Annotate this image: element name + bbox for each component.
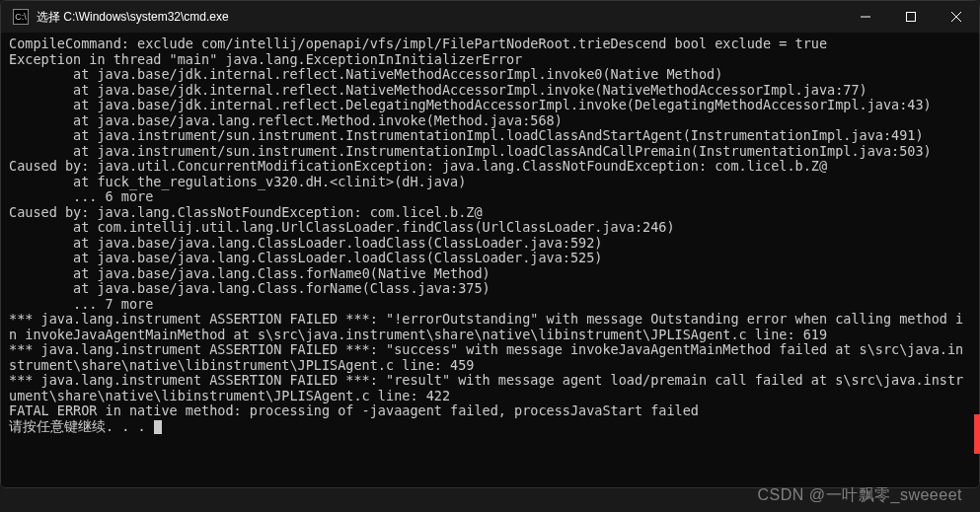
- window-title: 选择 C:\Windows\system32\cmd.exe: [37, 9, 229, 26]
- terminal-line: Exception in thread "main" java.lang.Exc…: [9, 52, 971, 68]
- terminal-line: *** java.lang.instrument ASSERTION FAILE…: [9, 312, 971, 342]
- cmd-icon: C:\: [13, 9, 29, 25]
- terminal-line: *** java.lang.instrument ASSERTION FAILE…: [9, 342, 971, 373]
- terminal-line: ... 7 more: [9, 297, 971, 313]
- terminal-line: at java.base/java.lang.reflect.Method.in…: [9, 113, 971, 129]
- cmd-window: C:\ 选择 C:\Windows\system32\cmd.exe Compi…: [0, 0, 980, 488]
- minimize-button[interactable]: [843, 1, 888, 33]
- terminal-line: at java.instrument/sun.instrument.Instru…: [9, 144, 971, 160]
- window-controls: [843, 1, 979, 33]
- watermark-text: CSDN @一叶飘零_sweeeet: [757, 485, 962, 506]
- terminal-line: Caused by: java.util.ConcurrentModificat…: [9, 159, 971, 175]
- titlebar-left: C:\ 选择 C:\Windows\system32\cmd.exe: [13, 9, 229, 26]
- terminal-prompt-line: 请按任意键继续. . .: [9, 419, 971, 435]
- svg-rect-1: [907, 13, 916, 22]
- terminal-line: at java.base/java.lang.ClassLoader.loadC…: [9, 251, 971, 266]
- terminal-line: *** java.lang.instrument ASSERTION FAILE…: [9, 373, 971, 403]
- terminal-line: at java.base/jdk.internal.reflect.Delega…: [9, 98, 971, 113]
- terminal-line: at java.instrument/sun.instrument.Instru…: [9, 128, 971, 144]
- decorative-edge: [974, 414, 980, 454]
- close-button[interactable]: [934, 1, 979, 33]
- terminal-line: Caused by: java.lang.ClassNotFoundExcept…: [9, 205, 971, 221]
- terminal-line: at java.base/java.lang.Class.forName(Cla…: [9, 281, 971, 297]
- terminal-line: at java.base/jdk.internal.reflect.Native…: [9, 83, 971, 99]
- cursor: [154, 420, 162, 434]
- terminal-line: at fuck_the_regulations_v320.dH.<clinit>…: [9, 175, 971, 190]
- terminal-output[interactable]: CompileCommand: exclude com/intellij/ope…: [1, 33, 979, 487]
- terminal-line: at java.base/java.lang.Class.forName0(Na…: [9, 266, 971, 282]
- terminal-line: at java.base/jdk.internal.reflect.Native…: [9, 67, 971, 83]
- terminal-line: ... 6 more: [9, 189, 971, 205]
- titlebar[interactable]: C:\ 选择 C:\Windows\system32\cmd.exe: [1, 1, 979, 33]
- maximize-button[interactable]: [888, 1, 934, 33]
- terminal-line: FATAL ERROR in native method: processing…: [9, 403, 971, 419]
- terminal-line: at java.base/java.lang.ClassLoader.loadC…: [9, 236, 971, 252]
- terminal-line: CompileCommand: exclude com/intellij/ope…: [9, 37, 971, 52]
- terminal-line: at com.intellij.util.lang.UrlClassLoader…: [9, 220, 971, 236]
